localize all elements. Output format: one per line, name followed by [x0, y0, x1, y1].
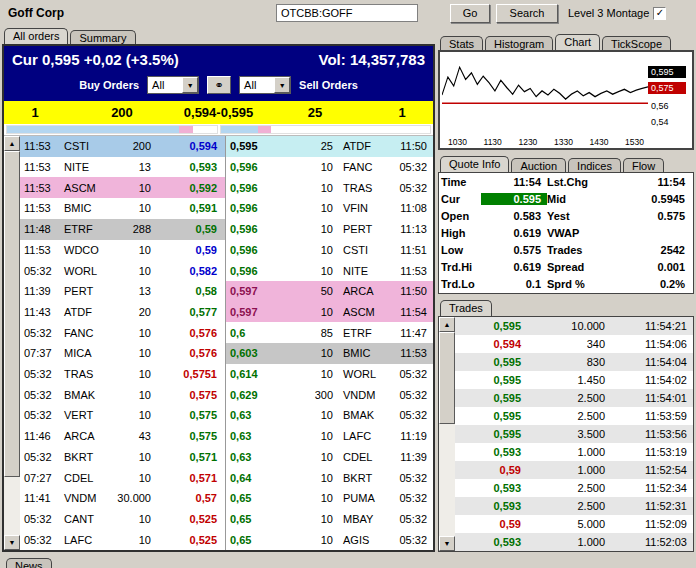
bid-side[interactable]: 11:39 PERT 13 0,58 [20, 281, 225, 302]
go-button[interactable]: Go [450, 4, 490, 23]
chevron-down-icon[interactable]: ▼ [274, 77, 290, 93]
ask-side[interactable]: 0,595 25 ATDF 11:50 [225, 136, 433, 157]
trade-row[interactable]: 0,595 2.500 11:53:59 [455, 407, 693, 425]
level3-montage-checkbox[interactable]: ✓ [653, 7, 666, 20]
bid-side[interactable]: 05:32 FANC 10 0,576 [20, 322, 225, 343]
ask-side[interactable]: 0,65 10 AGIS 05:32 [225, 529, 433, 550]
bid-side[interactable]: 05:32 LAFC 10 0,525 [20, 529, 225, 550]
news-tab[interactable]: News [6, 558, 52, 568]
quote-tab[interactable]: Auction [511, 158, 566, 172]
ask-side[interactable]: 0,597 50 ARCA 11:50 [225, 281, 433, 302]
bid-side[interactable]: 05:32 CANT 10 0,525 [20, 509, 225, 530]
order-row[interactable]: 11:46 ARCA 43 0,575 0,63 10 LAFC 11:19 [20, 426, 433, 447]
trade-row[interactable]: 0,595 10.000 11:54:21 [455, 317, 693, 335]
ask-side[interactable]: 0,603 10 BMIC 11:53 [225, 343, 433, 364]
orders-scrollbar[interactable]: ▲ ▼ [4, 136, 20, 550]
scroll-down-button[interactable]: ▼ [439, 536, 455, 551]
orders-scrollbar-thumb[interactable] [4, 151, 20, 477]
ask-side[interactable]: 0,596 10 FANC 05:32 [225, 157, 433, 178]
quote-tab[interactable]: Indices [568, 158, 621, 172]
order-row[interactable]: 05:32 WORL 10 0,582 0,596 10 NITE 11:53 [20, 260, 433, 281]
bid-side[interactable]: 07:27 CDEL 10 0,571 [20, 467, 225, 488]
scroll-up-button[interactable]: ▲ [4, 136, 20, 151]
bid-side[interactable]: 11:53 ASCM 10 0,592 [20, 177, 225, 198]
trade-row[interactable]: 0,59 1.000 11:52:54 [455, 461, 693, 479]
bid-side[interactable]: 11:46 ARCA 43 0,575 [20, 426, 225, 447]
order-row[interactable]: 07:37 MICA 10 0,576 0,603 10 BMIC 11:53 [20, 343, 433, 364]
order-row[interactable]: 05:32 CANT 10 0,525 0,65 10 MBAY 05:32 [20, 509, 433, 530]
bid-side[interactable]: 11:53 BMIC 10 0,591 [20, 198, 225, 219]
order-row[interactable]: 05:32 LAFC 10 0,525 0,65 10 AGIS 05:32 [20, 529, 433, 550]
bid-side[interactable]: 05:32 WORL 10 0,582 [20, 260, 225, 281]
ask-side[interactable]: 0,65 10 PUMA 05:32 [225, 488, 433, 509]
bid-side[interactable]: 11:41 VNDM 30.000 0,57 [20, 488, 225, 509]
trade-row[interactable]: 0,595 830 11:54:04 [455, 353, 693, 371]
symbol-input[interactable] [276, 4, 418, 22]
trade-row[interactable]: 0,595 1.450 11:54:02 [455, 371, 693, 389]
order-row[interactable]: 05:32 BKRT 10 0,571 0,63 10 CDEL 11:39 [20, 447, 433, 468]
orders-scrollbar-track[interactable] [4, 151, 20, 535]
scroll-down-button[interactable]: ▼ [4, 535, 20, 550]
trade-row[interactable]: 0,593 1.000 11:52:03 [455, 533, 693, 551]
bid-side[interactable]: 05:32 BMAK 10 0,575 [20, 384, 225, 405]
quote-tab[interactable]: Quote Info [440, 156, 509, 172]
bid-side[interactable]: 11:43 ATDF 20 0,577 [20, 302, 225, 323]
ask-side[interactable]: 0,629 300 VNDM 05:32 [225, 384, 433, 405]
ask-side[interactable]: 0,63 10 CDEL 11:39 [225, 447, 433, 468]
ask-side[interactable]: 0,597 10 ASCM 11:54 [225, 302, 433, 323]
orders-tab[interactable]: Summary [70, 30, 135, 44]
trade-row[interactable]: 0,594 340 11:54:06 [455, 335, 693, 353]
ask-side[interactable]: 0,596 10 TRAS 05:32 [225, 177, 433, 198]
ask-side[interactable]: 0,64 10 BKRT 05:32 [225, 467, 433, 488]
buy-filter-select[interactable]: All ▼ [147, 76, 199, 94]
ask-side[interactable]: 0,596 10 NITE 11:53 [225, 260, 433, 281]
bid-side[interactable]: 11:53 WDCO 10 0,59 [20, 240, 225, 261]
orders-tab[interactable]: All orders [4, 28, 68, 44]
order-row[interactable]: 07:27 CDEL 10 0,571 0,64 10 BKRT 05:32 [20, 467, 433, 488]
link-orders-button[interactable]: ⚭ [207, 76, 231, 94]
ask-side[interactable]: 0,614 10 WORL 05:32 [225, 364, 433, 385]
bid-side[interactable]: 05:32 TRAS 10 0,5751 [20, 364, 225, 385]
chart-tab[interactable]: Stats [440, 36, 483, 50]
order-row[interactable]: 11:53 BMIC 10 0,591 0,596 10 VFIN 11:08 [20, 198, 433, 219]
order-row[interactable]: 11:53 WDCO 10 0,59 0,596 10 CSTI 11:51 [20, 240, 433, 261]
quote-tab[interactable]: Flow [623, 158, 664, 172]
bid-side[interactable]: 07:37 MICA 10 0,576 [20, 343, 225, 364]
trades-scrollbar-thumb[interactable] [439, 332, 455, 424]
ask-side[interactable]: 0,63 10 LAFC 11:19 [225, 426, 433, 447]
bid-side[interactable]: 11:48 ETRF 288 0,59 [20, 219, 225, 240]
search-button[interactable]: Search [496, 4, 558, 23]
chevron-down-icon[interactable]: ▼ [182, 77, 198, 93]
ask-side[interactable]: 0,63 10 BMAK 05:32 [225, 405, 433, 426]
order-row[interactable]: 11:43 ATDF 20 0,577 0,597 10 ASCM 11:54 [20, 302, 433, 323]
ask-side[interactable]: 0,596 10 PERT 11:13 [225, 219, 433, 240]
order-row[interactable]: 11:53 ASCM 10 0,592 0,596 10 TRAS 05:32 [20, 177, 433, 198]
trades-tab[interactable]: Trades [440, 300, 492, 316]
trade-row[interactable]: 0,595 2.500 11:54:01 [455, 389, 693, 407]
ask-side[interactable]: 0,596 10 VFIN 11:08 [225, 198, 433, 219]
order-row[interactable]: 11:41 VNDM 30.000 0,57 0,65 10 PUMA 05:3… [20, 488, 433, 509]
order-row[interactable]: 05:32 BMAK 10 0,575 0,629 300 VNDM 05:32 [20, 384, 433, 405]
bid-side[interactable]: 11:53 CSTI 200 0,594 [20, 136, 225, 157]
trade-row[interactable]: 0,595 3.500 11:53:56 [455, 425, 693, 443]
chart-tab[interactable]: Histogram [485, 36, 553, 50]
trade-row[interactable]: 0,593 2.500 11:52:31 [455, 497, 693, 515]
order-row[interactable]: 05:32 VERT 10 0,575 0,63 10 BMAK 05:32 [20, 405, 433, 426]
chart-tab[interactable]: Chart [555, 34, 600, 50]
order-row[interactable]: 11:53 CSTI 200 0,594 0,595 25 ATDF 11:50 [20, 136, 433, 157]
trade-row[interactable]: 0,593 2.500 11:52:34 [455, 479, 693, 497]
order-row[interactable]: 05:32 TRAS 10 0,5751 0,614 10 WORL 05:32 [20, 364, 433, 385]
ask-side[interactable]: 0,6 85 ETRF 11:47 [225, 322, 433, 343]
trade-row[interactable]: 0,593 1.000 11:53:19 [455, 443, 693, 461]
trade-row[interactable]: 0,59 5.000 11:52:09 [455, 515, 693, 533]
ask-side[interactable]: 0,596 10 CSTI 11:51 [225, 240, 433, 261]
trades-scrollbar[interactable]: ▲ ▼ [439, 317, 455, 551]
order-row[interactable]: 11:39 PERT 13 0,58 0,597 50 ARCA 11:50 [20, 281, 433, 302]
ask-side[interactable]: 0,65 10 MBAY 05:32 [225, 509, 433, 530]
bid-side[interactable]: 05:32 BKRT 10 0,571 [20, 447, 225, 468]
bid-side[interactable]: 11:53 NITE 13 0,593 [20, 157, 225, 178]
sell-filter-select[interactable]: All ▼ [239, 76, 291, 94]
trades-scrollbar-track[interactable] [439, 332, 455, 536]
scroll-up-button[interactable]: ▲ [439, 317, 455, 332]
chart-tab[interactable]: TickScope [602, 36, 671, 50]
